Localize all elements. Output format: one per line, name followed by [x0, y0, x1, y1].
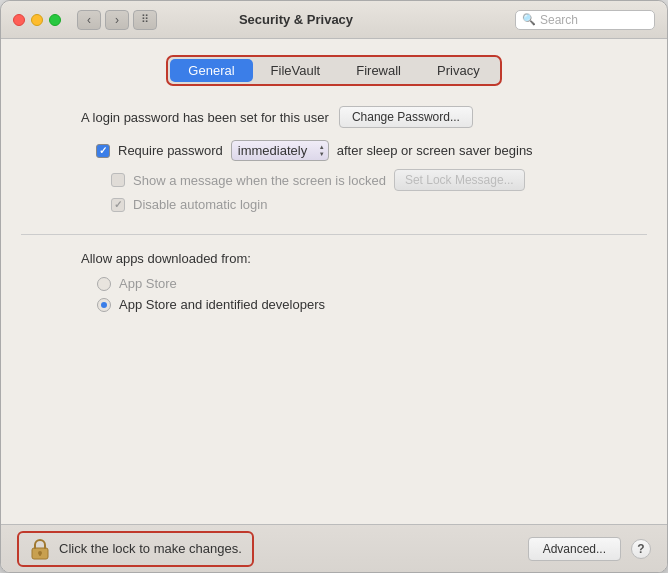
search-icon: 🔍	[522, 13, 536, 26]
radio-app-store[interactable]	[97, 277, 111, 291]
disable-autologin-row: Disable automatic login	[21, 197, 647, 212]
tabs-wrapper: General FileVault Firewall Privacy	[166, 55, 501, 86]
change-password-button[interactable]: Change Password...	[339, 106, 473, 128]
show-message-checkbox[interactable]	[111, 173, 125, 187]
after-sleep-label: after sleep or screen saver begins	[337, 143, 533, 158]
disable-autologin-checkbox[interactable]	[111, 198, 125, 212]
radio-app-store-identified-label: App Store and identified developers	[119, 297, 325, 312]
tab-privacy[interactable]: Privacy	[419, 59, 498, 82]
require-password-label: Require password	[118, 143, 223, 158]
show-message-row: Show a message when the screen is locked…	[21, 169, 647, 191]
show-message-label: Show a message when the screen is locked	[133, 173, 386, 188]
window-title: Security & Privacy	[77, 12, 515, 27]
downloads-section-label: Allow apps downloaded from:	[81, 251, 647, 266]
maximize-button[interactable]	[49, 14, 61, 26]
titlebar: ‹ › ⠿ Security & Privacy 🔍	[1, 1, 667, 39]
downloads-section: Allow apps downloaded from: App Store Ap…	[21, 251, 647, 318]
main-window: ‹ › ⠿ Security & Privacy 🔍 General FileV…	[0, 0, 668, 573]
require-password-row: Require password immediately after sleep…	[21, 140, 647, 161]
lock-area[interactable]: Click the lock to make changes.	[17, 531, 254, 567]
radio-app-store-identified-row: App Store and identified developers	[81, 297, 647, 312]
section-divider	[21, 234, 647, 235]
content-area: General FileVault Firewall Privacy A log…	[1, 39, 667, 524]
lock-message-text: Click the lock to make changes.	[59, 541, 242, 556]
login-password-row: A login password has been set for this u…	[21, 106, 647, 128]
traffic-lights	[13, 14, 61, 26]
set-lock-message-button[interactable]: Set Lock Message...	[394, 169, 525, 191]
minimize-button[interactable]	[31, 14, 43, 26]
close-button[interactable]	[13, 14, 25, 26]
tab-firewall[interactable]: Firewall	[338, 59, 419, 82]
login-password-label: A login password has been set for this u…	[81, 110, 329, 125]
immediately-dropdown-wrapper: immediately	[231, 140, 329, 161]
radio-app-store-row: App Store	[81, 276, 647, 291]
bottom-bar: Click the lock to make changes. Advanced…	[1, 524, 667, 572]
radio-app-store-label: App Store	[119, 276, 177, 291]
require-password-checkbox[interactable]	[96, 144, 110, 158]
tab-general[interactable]: General	[170, 59, 252, 82]
tabs-container: General FileVault Firewall Privacy	[21, 55, 647, 86]
tab-filevault[interactable]: FileVault	[253, 59, 339, 82]
search-box[interactable]: 🔍	[515, 10, 655, 30]
advanced-button[interactable]: Advanced...	[528, 537, 621, 561]
disable-autologin-label: Disable automatic login	[133, 197, 267, 212]
radio-dot-icon	[101, 302, 107, 308]
lock-icon	[31, 538, 49, 560]
help-button[interactable]: ?	[631, 539, 651, 559]
svg-rect-2	[39, 553, 41, 556]
search-input[interactable]	[540, 13, 650, 27]
lock-icon-wrap	[29, 537, 51, 561]
immediately-dropdown[interactable]: immediately	[231, 140, 329, 161]
radio-app-store-identified[interactable]	[97, 298, 111, 312]
settings-area: A login password has been set for this u…	[21, 106, 647, 508]
